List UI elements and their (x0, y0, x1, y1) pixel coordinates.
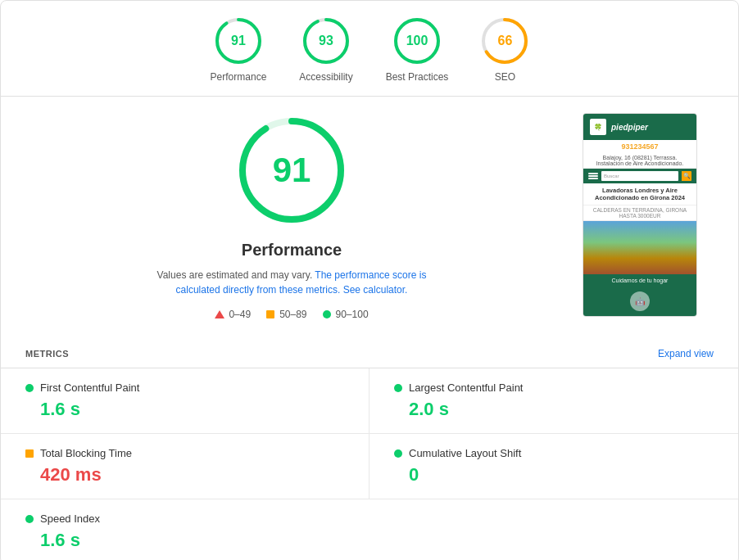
preview-caption: Cuidamos de tu hogar (583, 274, 696, 287)
legend-low: 0–49 (215, 309, 251, 320)
metric-cls-name: Cumulative Layout Shift (409, 447, 521, 459)
metric-fcp-indicator (25, 384, 34, 392)
square-icon (265, 309, 275, 319)
preview-subheading: CALDERAS EN TERRADINA, GIRONA HASTA 3000… (583, 205, 696, 221)
hamburger-icon (588, 173, 598, 179)
right-panel: 🍀 piedpiper 931234567 Balajoy, 16 (08281… (583, 113, 714, 323)
preview-search-button: 🔍 (682, 171, 691, 181)
metric-tbt-header: Total Blocking Time (25, 447, 344, 459)
preview-brand: piedpiper (611, 123, 648, 132)
main-content: 91 Performance Values are estimated and … (1, 97, 738, 340)
triangle-icon (215, 309, 224, 319)
metric-cls-indicator (394, 449, 402, 458)
best-practices-label: Best Practices (386, 71, 449, 83)
score-bar: 91 Performance 93 Accessibility (1, 1, 738, 97)
metric-tbt-value: 420 ms (25, 464, 344, 485)
legend-low-range: 0–49 (229, 309, 251, 320)
metrics-grid: First Contentful Paint 1.6 s Largest Con… (1, 368, 738, 560)
metric-si-header: Speed Index (25, 513, 345, 525)
metric-si-indicator (25, 515, 34, 523)
preview-footer-icon: 🤖 (630, 291, 650, 311)
perf-title: Performance (242, 241, 342, 260)
preview-search-bar: Buscar (601, 171, 678, 181)
calculator-link[interactable]: See calculator. (343, 284, 408, 296)
performance-score: 91 (231, 34, 246, 48)
score-item-performance[interactable]: 91 Performance (211, 17, 267, 83)
accessibility-label: Accessibility (299, 71, 352, 83)
metrics-header: METRICS Expand view (1, 340, 738, 368)
metric-lcp-value: 2.0 s (394, 399, 714, 420)
preview-footer: 🤖 (583, 287, 696, 316)
metric-fcp-name: First Contentful Paint (40, 382, 139, 394)
preview-nav: Buscar 🔍 (583, 169, 696, 183)
description-static: Values are estimated and may vary. (157, 269, 313, 281)
score-circle-best-practices: 100 (393, 17, 441, 65)
score-item-seo[interactable]: 66 SEO (481, 17, 528, 83)
metric-tbt-name: Total Blocking Time (40, 447, 132, 459)
metric-cls-header: Cumulative Layout Shift (394, 447, 714, 459)
metric-lcp-header: Largest Contentful Paint (394, 382, 714, 394)
metric-fcp-header: First Contentful Paint (25, 382, 344, 394)
metrics-label: METRICS (25, 349, 69, 359)
preview-search-text: Buscar (604, 174, 676, 178)
metric-si-value: 1.6 s (25, 530, 345, 551)
metric-empty (370, 499, 738, 560)
metric-si: Speed Index 1.6 s (1, 499, 370, 560)
preview-heading: Lavadoras Londres y Aire Acondicionado e… (583, 183, 696, 205)
metric-cls: Cumulative Layout Shift 0 (370, 434, 738, 499)
best-practices-score: 100 (406, 34, 428, 48)
website-preview: 🍀 piedpiper 931234567 Balajoy, 16 (08281… (583, 113, 697, 317)
preview-logo: 🍀 (590, 119, 606, 135)
left-panel: 91 Performance Values are estimated and … (25, 113, 558, 323)
seo-score: 66 (497, 34, 512, 48)
score-legend: 0–49 50–89 90–100 (215, 309, 368, 320)
metric-tbt: Total Blocking Time 420 ms (1, 434, 370, 499)
metric-fcp-value: 1.6 s (25, 399, 344, 420)
metric-cls-value: 0 (394, 464, 714, 485)
big-score-circle: 91 (234, 113, 349, 228)
performance-label: Performance (211, 71, 267, 83)
perf-description: Values are estimated and may vary. The p… (144, 268, 439, 297)
big-performance-score: 91 (273, 151, 311, 190)
preview-address: Balajoy, 16 (08281) Terrassa.Instalacion… (583, 153, 696, 169)
score-item-best-practices[interactable]: 100 Best Practices (386, 17, 449, 83)
score-circle-accessibility: 93 (302, 17, 350, 65)
legend-mid: 50–89 (265, 309, 306, 320)
seo-label: SEO (495, 71, 515, 83)
score-item-accessibility[interactable]: 93 Accessibility (299, 17, 352, 83)
circle-icon (322, 309, 332, 319)
preview-image (583, 221, 696, 274)
score-circle-seo: 66 (481, 17, 528, 65)
expand-view-button[interactable]: Expand view (658, 348, 714, 359)
legend-mid-range: 50–89 (279, 309, 306, 320)
metric-lcp: Largest Contentful Paint 2.0 s (370, 368, 738, 434)
metric-lcp-indicator (394, 384, 402, 392)
score-circle-performance: 91 (215, 17, 262, 65)
legend-high-range: 90–100 (336, 309, 369, 320)
metric-si-name: Speed Index (40, 513, 100, 525)
metric-fcp: First Contentful Paint 1.6 s (1, 368, 370, 434)
metric-tbt-indicator (25, 449, 34, 458)
accessibility-score: 93 (319, 34, 333, 48)
metric-lcp-name: Largest Contentful Paint (409, 382, 523, 394)
legend-high: 90–100 (322, 309, 369, 320)
preview-header: 🍀 piedpiper (583, 114, 696, 140)
main-container: 91 Performance 93 Accessibility (0, 0, 739, 560)
preview-phone: 931234567 (583, 140, 696, 153)
